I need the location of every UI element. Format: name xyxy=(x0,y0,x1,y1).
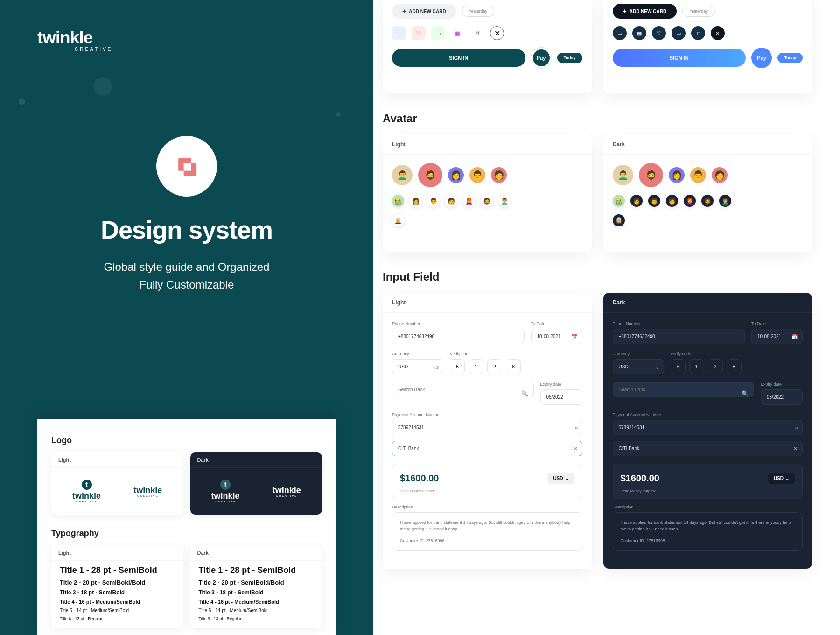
code-box[interactable]: 1 xyxy=(689,359,704,374)
cash-icon[interactable]: ▭ xyxy=(431,26,445,40)
currency-chip[interactable]: USD ⌄ xyxy=(768,473,795,484)
yesterday-chip[interactable]: Yesterday xyxy=(462,6,495,17)
avatar-small[interactable]: 👩‍🦰 xyxy=(463,195,475,207)
close-icon[interactable]: ✕ xyxy=(711,26,725,40)
grid-icon[interactable]: ▦ xyxy=(451,26,465,40)
phone-input[interactable] xyxy=(613,329,745,344)
description-box[interactable]: I have applied for bank statement 14 day… xyxy=(613,512,803,551)
search-bank-input[interactable] xyxy=(613,382,755,397)
avatar-small[interactable]: 👩 xyxy=(410,195,422,207)
avatar-small[interactable]: 🧑‍🌾 xyxy=(613,195,625,207)
code-box[interactable]: 1 xyxy=(469,359,483,374)
customer-id: Customer ID: 27816998 xyxy=(621,537,795,544)
phone-input[interactable] xyxy=(392,329,525,344)
add-card-button[interactable]: +ADD NEW CARD xyxy=(392,4,456,19)
typo-t4: Title 4 - 16 pt - Medium/SemiBold xyxy=(199,599,314,605)
expiry-label: Expiry date xyxy=(761,382,803,387)
expiry-input[interactable] xyxy=(761,389,803,405)
typo-t5: Title 5 - 14 pt - Medium/SemiBold xyxy=(60,608,175,613)
scan-icon[interactable]: ⌗ xyxy=(575,424,578,430)
avatar[interactable]: 🧔 xyxy=(418,163,442,187)
avatar[interactable]: 👨‍🦱 xyxy=(613,165,633,185)
pay-button[interactable]: Pay xyxy=(531,48,552,68)
avatar-small[interactable]: 👨 xyxy=(648,195,660,207)
amount-value: $1600.00 xyxy=(400,473,439,484)
close-icon[interactable]: ✕ xyxy=(490,26,504,40)
bank-input[interactable] xyxy=(392,441,582,456)
calendar-icon[interactable]: 📅 xyxy=(571,333,578,339)
customer-id: Customer ID: 27816998 xyxy=(400,537,574,544)
code-box[interactable]: 5 xyxy=(450,359,465,374)
currency-label: Currency xyxy=(613,352,664,356)
signin-button[interactable]: SIGN IN xyxy=(392,49,525,67)
avatar-small[interactable]: 🧔 xyxy=(481,195,493,207)
desc-label: Description xyxy=(613,505,803,509)
card-icon[interactable]: ▭ xyxy=(392,26,406,40)
avatar[interactable]: 👩 xyxy=(669,167,685,183)
avatar[interactable]: 🧑 xyxy=(491,167,507,183)
typo-t1: Title 1 - 28 pt - SemiBold xyxy=(199,565,314,575)
avatar-small[interactable]: 🧑 xyxy=(666,195,678,207)
plus-icon: + xyxy=(623,8,627,14)
calendar-icon[interactable]: 📅 xyxy=(791,333,798,339)
hero-sub-line: Fully Customizable xyxy=(37,276,336,294)
avatar-small[interactable]: 👨 xyxy=(427,195,440,207)
heart-icon[interactable]: ♡ xyxy=(412,26,426,40)
hero-title: Design system xyxy=(37,215,336,244)
search-icon[interactable]: 🔍 xyxy=(742,390,749,397)
chevron-down-icon: ⌄ xyxy=(655,364,659,370)
add-card-button[interactable]: +ADD NEW CARD xyxy=(613,4,677,19)
code-box[interactable]: 5 xyxy=(671,359,686,374)
description-box[interactable]: I have applied for bank statement 14 day… xyxy=(392,512,582,551)
code-box[interactable]: 2 xyxy=(487,359,502,374)
desc-label: Description xyxy=(392,505,582,509)
clear-icon[interactable]: ✕ xyxy=(573,445,578,452)
chevron-down-icon: ⌄ xyxy=(565,476,569,481)
avatar-small[interactable]: 👨‍🦱 xyxy=(719,195,731,207)
avatar-small[interactable]: 🧑‍🌾 xyxy=(392,195,404,207)
yesterday-chip[interactable]: Yesterday xyxy=(682,6,715,17)
code-box[interactable]: 8 xyxy=(506,359,521,374)
avatar[interactable]: 👨 xyxy=(469,167,485,183)
currency-chip[interactable]: USD ⌄ xyxy=(547,473,574,484)
avatar-small[interactable]: 🧔 xyxy=(701,195,714,207)
avatar[interactable]: 👨 xyxy=(690,167,706,183)
scan-icon[interactable]: ⌗ xyxy=(795,424,798,430)
avatar-small[interactable]: 👩‍🦰 xyxy=(684,195,696,207)
search-icon[interactable]: 🔍 xyxy=(521,390,528,397)
scan-icon[interactable]: ⌗ xyxy=(691,26,705,40)
search-bank-input[interactable] xyxy=(392,382,534,397)
scan-icon[interactable]: ⌗ xyxy=(470,26,484,40)
avatar-small[interactable]: 👨‍🦱 xyxy=(498,195,511,207)
card-head-dark: Dark xyxy=(603,134,812,155)
cash-icon[interactable]: ▭ xyxy=(672,26,686,40)
typo-t6: Title 6 - 13 pt - Regular xyxy=(199,616,314,621)
code-box[interactable]: 8 xyxy=(727,359,742,374)
code-box[interactable]: 2 xyxy=(708,359,723,374)
typo-t5: Title 5 - 14 pt - Medium/SemiBold xyxy=(199,608,314,613)
avatar[interactable]: 🧔 xyxy=(639,163,663,187)
account-input[interactable] xyxy=(613,420,803,435)
bank-input[interactable] xyxy=(613,441,803,456)
account-input[interactable] xyxy=(392,420,582,435)
signin-button[interactable]: SIGN IN xyxy=(613,49,746,67)
avatar[interactable]: 👩 xyxy=(448,167,464,183)
grid-icon[interactable]: ▦ xyxy=(632,26,646,40)
expiry-label: Expiry date xyxy=(540,382,582,387)
today-chip[interactable]: Today xyxy=(557,53,582,63)
card-icon[interactable]: ▭ xyxy=(613,26,627,40)
pay-button[interactable]: Pay xyxy=(751,48,772,68)
clear-icon[interactable]: ✕ xyxy=(793,445,798,452)
avatar-small[interactable]: 🧑 xyxy=(445,195,457,207)
amount-box: $1600.00USD ⌄ Send Money Purpose xyxy=(613,464,803,499)
avatar-small[interactable]: 👩‍🦳 xyxy=(613,214,625,226)
heart-icon[interactable]: ♡ xyxy=(652,26,666,40)
plus-icon: + xyxy=(402,8,406,14)
avatar-small[interactable]: 👩 xyxy=(630,195,643,207)
avatar[interactable]: 🧑 xyxy=(712,167,728,183)
logo-section-title: Logo xyxy=(51,436,322,445)
today-chip[interactable]: Today xyxy=(777,53,803,63)
avatar-small[interactable]: 👩‍🦳 xyxy=(392,214,404,226)
avatar[interactable]: 👨‍🦱 xyxy=(392,165,413,185)
expiry-input[interactable] xyxy=(540,389,582,405)
